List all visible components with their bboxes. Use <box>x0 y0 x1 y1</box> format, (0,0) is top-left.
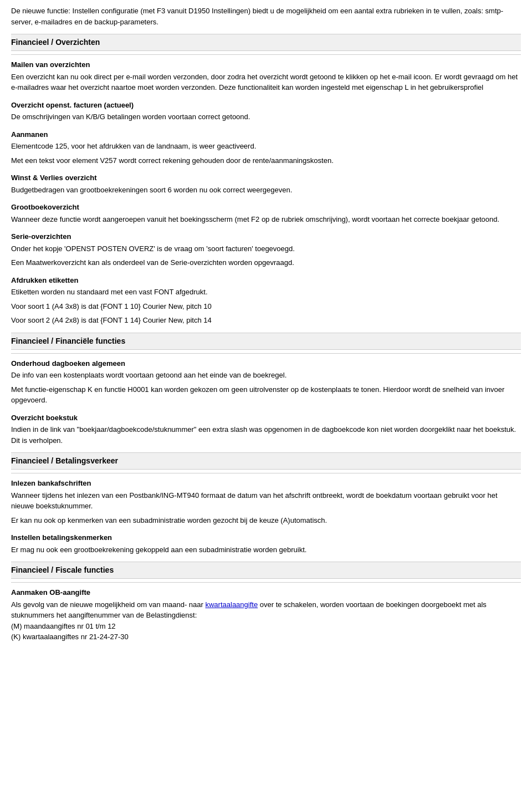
paragraph-onderhoud-dagboeken-algemeen-1: Met functie-eigenschap K en functie H000… <box>11 384 521 406</box>
subsection-aanmanen: AanmanenElementcode 125, voor het afdruk… <box>11 129 521 166</box>
subsection-title-onderhoud-dagboeken-algemeen: Onderhoud dagboeken algemeen <box>11 358 521 369</box>
paragraph-inlezen-bankafschriften-1: Er kan nu ook op kenmerken van een subad… <box>11 515 521 526</box>
subsection-title-winst-verlies-overzicht: Winst & Verlies overzicht <box>11 172 521 184</box>
paragraph-mailen-van-overzichten-0: Een overzicht kan nu ook direct per e-ma… <box>11 72 521 93</box>
paragraph-overzicht-openst-facturen-0: De omschrijvingen van K/B/G betalingen w… <box>11 111 521 123</box>
subsection-title-inlezen-bankafschriften: Inlezen bankafschriften <box>11 478 521 489</box>
subsection-instellen-betalingskenmerken: Instellen betalingskenmerkenEr mag nu oo… <box>11 532 521 555</box>
paragraph-serie-overzichten-0: Onder het kopje 'OPENST POSTEN OVERZ' is… <box>11 243 521 254</box>
subsection-aanmaken-ob-aangifte: Aanmaken OB-aangifteAls gevolg van de ni… <box>11 582 521 643</box>
subsection-title-mailen-van-overzichten: Mailen van overzichten <box>11 59 521 70</box>
subsection-winst-verlies-overzicht: Winst & Verlies overzichtBudgetbedragen … <box>11 172 521 195</box>
subsection-mailen-van-overzichten: Mailen van overzichtenEen overzicht kan … <box>11 54 521 93</box>
subsection-serie-overzichten: Serie-overzichtenOnder het kopje 'OPENST… <box>11 231 521 268</box>
paragraph-afdrukken-etiketten-0: Etiketten worden nu standaard met een va… <box>11 287 521 298</box>
subsection-title-serie-overzichten: Serie-overzichten <box>11 231 521 242</box>
subsection-title-overzicht-openst-facturen: Overzicht openst. facturen (actueel) <box>11 100 521 111</box>
subsection-title-overzicht-boekstuk: Overzicht boekstuk <box>11 412 521 424</box>
subsection-title-afdrukken-etiketten: Afdrukken etiketten <box>11 275 521 286</box>
subsection-grootboekoverzicht: GrootboekoverzichtWanneer deze functie w… <box>11 202 521 225</box>
subsection-inlezen-bankafschriften: Inlezen bankafschriftenWanneer tijdens h… <box>11 473 521 526</box>
paragraph-aanmanen-0: Elementcode 125, voor het afdrukken van … <box>11 141 521 152</box>
paragraph-onderhoud-dagboeken-algemeen-0: De info van een kostenplaats wordt voort… <box>11 370 521 381</box>
subsection-afdrukken-etiketten: Afdrukken etikettenEtiketten worden nu s… <box>11 275 521 326</box>
subsection-overzicht-openst-facturen: Overzicht openst. facturen (actueel)De o… <box>11 100 521 123</box>
subsection-overzicht-boekstuk: Overzicht boekstukIndien in de link van … <box>11 412 521 446</box>
paragraph-overzicht-boekstuk-0: Indien in de link van "boekjaar/dagboekc… <box>11 424 521 446</box>
paragraph-aanmanen-1: Met een tekst voor element V257 wordt co… <box>11 155 521 166</box>
section-title-financieel-overzichten: Financieel / Overzichten <box>11 34 521 51</box>
paragraph-afdrukken-etiketten-2: Voor soort 2 (A4 2x8) is dat {FONT 1 14}… <box>11 315 521 326</box>
paragraph-instellen-betalingskenmerken-0: Er mag nu ook een grootboekrekening geko… <box>11 544 521 555</box>
subsection-title-aanmaken-ob-aangifte: Aanmaken OB-aangifte <box>11 587 521 598</box>
paragraph-afdrukken-etiketten-1: Voor soort 1 (A4 3x8) is dat {FONT 1 10}… <box>11 301 521 312</box>
section-title-financieel-fiscale-functies: Financieel / Fiscale functies <box>11 562 521 579</box>
subsection-title-instellen-betalingskenmerken: Instellen betalingskenmerken <box>11 532 521 543</box>
subsection-title-aanmanen: Aanmanen <box>11 129 521 140</box>
paragraph-serie-overzichten-1: Een Maatwerkoverzicht kan als onderdeel … <box>11 257 521 268</box>
paragraph-inlezen-bankafschriften-0: Wanneer tijdens het inlezen van een Post… <box>11 490 521 512</box>
paragraph-winst-verlies-overzicht-0: Budgetbedragen van grootboekrekeningen s… <box>11 185 521 196</box>
intro-text: De nieuwe functie: Instellen configurati… <box>11 6 521 27</box>
section-title-financieel-financiele-functies: Financieel / Financiële functies <box>11 333 521 350</box>
paragraph-grootboekoverzicht-0: Wanneer deze functie wordt aangeroepen v… <box>11 214 521 225</box>
paragraph-mixed-aanmaken-ob-aangifte: Als gevolg van de nieuwe mogelijkheid om… <box>11 599 521 643</box>
subsection-title-grootboekoverzicht: Grootboekoverzicht <box>11 202 521 213</box>
subsection-onderhoud-dagboeken-algemeen: Onderhoud dagboeken algemeenDe info van … <box>11 353 521 406</box>
link-kwartaalaangifte[interactable]: kwartaalaangifte <box>205 600 258 609</box>
section-title-financieel-betalingsverkeer: Financieel / Betalingsverkeer <box>11 452 521 470</box>
